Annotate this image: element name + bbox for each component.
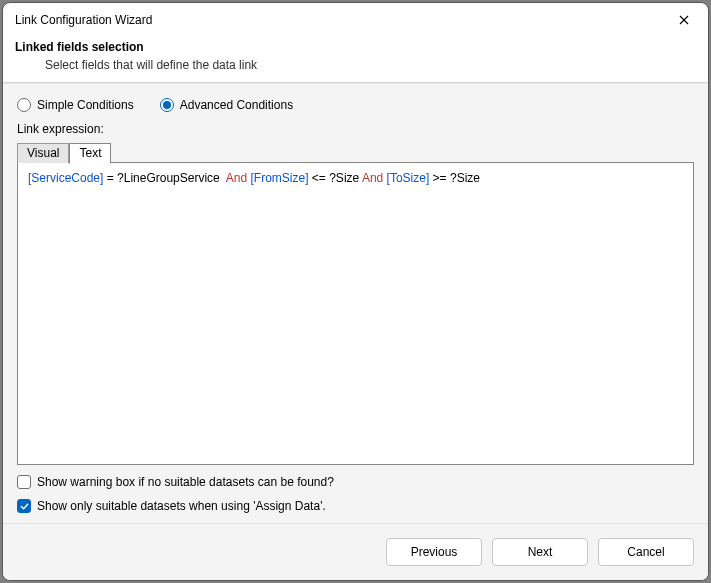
option-label: Show only suitable datasets when using '… — [37, 499, 326, 513]
checkbox-icon — [17, 499, 31, 513]
tabstrip-spacer — [111, 142, 694, 163]
page-subheading: Select fields that will define the data … — [15, 58, 696, 72]
radio-simple-conditions[interactable]: Simple Conditions — [17, 98, 134, 112]
page-heading: Linked fields selection — [15, 40, 696, 54]
dialog-window: Link Configuration Wizard Linked fields … — [2, 2, 709, 581]
radio-label: Advanced Conditions — [180, 98, 293, 112]
expr-token-plain: = ?LineGroupService — [103, 171, 225, 185]
wizard-footer: Previous Next Cancel — [3, 523, 708, 580]
expression-editor[interactable]: [ServiceCode] = ?LineGroupService And [F… — [17, 162, 694, 465]
radio-label: Simple Conditions — [37, 98, 134, 112]
option-label: Show warning box if no suitable datasets… — [37, 475, 334, 489]
expr-token-kw: And — [226, 171, 247, 185]
close-button[interactable] — [670, 9, 698, 31]
expr-token-plain: >= ?Size — [429, 171, 480, 185]
link-expression-label: Link expression: — [17, 122, 694, 136]
wizard-header: Linked fields selection Select fields th… — [3, 34, 708, 83]
title-bar: Link Configuration Wizard — [3, 3, 708, 34]
tab-visual[interactable]: Visual — [17, 143, 69, 163]
expression-tabbox: Visual Text [ServiceCode] = ?LineGroupSe… — [17, 142, 694, 465]
expression-tabstrip: Visual Text — [17, 142, 694, 163]
close-icon — [679, 15, 689, 25]
wizard-body: Simple Conditions Advanced Conditions Li… — [3, 83, 708, 523]
next-button[interactable]: Next — [492, 538, 588, 566]
radio-icon — [17, 98, 31, 112]
expr-token-field: [FromSize] — [251, 171, 309, 185]
checkbox-icon — [17, 475, 31, 489]
expr-token-field: [ToSize] — [387, 171, 430, 185]
radio-icon — [160, 98, 174, 112]
tab-text[interactable]: Text — [69, 143, 111, 164]
previous-button[interactable]: Previous — [386, 538, 482, 566]
cancel-button[interactable]: Cancel — [598, 538, 694, 566]
conditions-radio-group: Simple Conditions Advanced Conditions — [17, 98, 694, 112]
option-warn-missing[interactable]: Show warning box if no suitable datasets… — [17, 475, 694, 489]
expr-token-plain: <= ?Size — [309, 171, 362, 185]
expr-token-field: [ServiceCode] — [28, 171, 103, 185]
radio-advanced-conditions[interactable]: Advanced Conditions — [160, 98, 293, 112]
option-only-suitable[interactable]: Show only suitable datasets when using '… — [17, 499, 694, 513]
expr-token-kw: And — [362, 171, 383, 185]
window-title: Link Configuration Wizard — [15, 13, 152, 27]
